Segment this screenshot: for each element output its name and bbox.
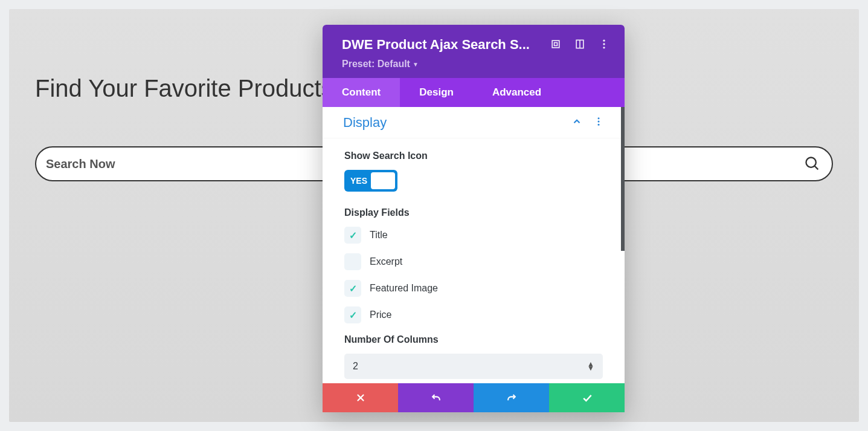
field-row-image: Featured Image [344,280,603,297]
checkbox-title[interactable] [344,227,361,244]
field-row-excerpt: Excerpt [344,253,603,270]
svg-point-6 [603,40,605,42]
svg-point-0 [806,158,816,167]
chevron-up-icon[interactable] [571,116,582,129]
svg-rect-2 [552,41,559,48]
modal-title: DWE Product Ajax Search S... [342,37,539,53]
checkbox-excerpt[interactable] [344,253,361,270]
modal-footer [323,383,625,412]
kebab-icon[interactable] [593,116,604,129]
section-header-display[interactable]: Display [323,107,625,138]
preset-label: Preset: Default [342,59,410,70]
columns-label: Number Of Columns [344,334,603,345]
field-row-title: Title [344,227,603,244]
checkbox-excerpt-label: Excerpt [370,256,402,267]
show-search-icon-label: Show Search Icon [344,151,603,161]
svg-rect-3 [555,43,558,46]
svg-point-7 [603,43,605,45]
save-button[interactable] [549,383,625,412]
svg-point-11 [598,124,600,126]
modal-header: DWE Product Ajax Search S... Preset: Def… [323,25,625,78]
checkbox-image[interactable] [344,280,361,297]
page-canvas: Find Your Favorite Products DWE Product … [9,9,859,422]
columns-select-wrap: ▲▼ [344,354,603,379]
cancel-button[interactable] [323,383,398,412]
checkbox-image-label: Featured Image [370,283,438,294]
page-title: Find Your Favorite Products [35,75,333,102]
section-title: Display [343,115,387,131]
tab-advanced[interactable]: Advanced [473,78,561,107]
toggle-knob [371,172,395,189]
search-icon[interactable] [804,155,821,172]
modal-tabs: Content Design Advanced [323,78,625,107]
responsive-icon[interactable] [574,38,587,51]
display-fields-label: Display Fields [344,207,603,218]
checkbox-price-label: Price [370,309,391,320]
modal-body: Display Show Search Icon YES Display Fie… [323,107,625,383]
svg-point-8 [603,47,605,48]
expand-icon[interactable] [550,38,563,51]
checkbox-title-label: Title [370,230,388,241]
checkbox-price[interactable] [344,306,361,323]
kebab-icon[interactable] [598,38,611,51]
show-search-icon-toggle[interactable]: YES [344,170,397,192]
columns-select[interactable] [344,354,603,379]
svg-point-10 [598,121,600,123]
caret-down-icon: ▼ [413,61,419,68]
redo-button[interactable] [474,383,549,412]
svg-line-1 [815,166,818,170]
svg-point-9 [598,117,600,119]
undo-button[interactable] [398,383,474,412]
settings-modal: DWE Product Ajax Search S... Preset: Def… [323,25,625,412]
tab-content[interactable]: Content [323,78,400,107]
tab-design[interactable]: Design [400,78,473,107]
scrollbar[interactable] [621,107,625,251]
toggle-yes-label: YES [347,176,371,186]
preset-selector[interactable]: Preset: Default ▼ [342,59,611,70]
field-row-price: Price [344,306,603,323]
